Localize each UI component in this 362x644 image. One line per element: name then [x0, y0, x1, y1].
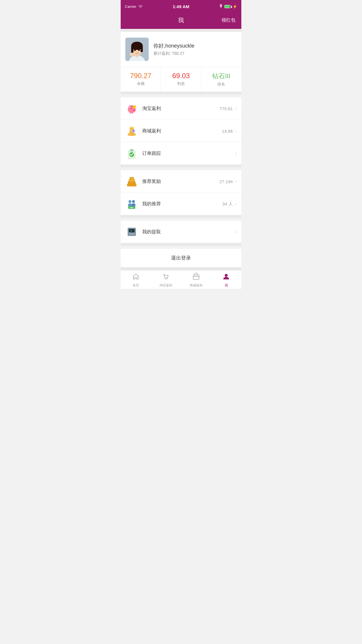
svg-text:¥: ¥ — [134, 106, 135, 108]
referral-reward-label: 推荐奖励 — [142, 178, 219, 185]
svg-point-65 — [133, 235, 134, 235]
referral-reward-value: 27.194 — [219, 179, 233, 184]
taobao-rebate-label: 淘宝返利 — [142, 106, 219, 112]
avatar[interactable] — [125, 38, 149, 61]
coin-icon: $ — [125, 125, 138, 137]
svg-rect-6 — [131, 46, 133, 53]
svg-point-61 — [131, 233, 132, 234]
menu-referral-reward[interactable]: 推荐奖励 27.194 › — [121, 170, 241, 193]
menu-withdrawal[interactable]: $ 我的提取 › — [121, 221, 241, 243]
menu-section-3: $ 我的提取 › — [121, 221, 241, 243]
chevron-icon-6: › — [235, 229, 237, 235]
svg-point-33 — [130, 127, 134, 128]
svg-point-8 — [134, 49, 136, 51]
taobao-icon — [162, 273, 170, 282]
menu-section-1: ¥ 淘宝返利 775.61 › — [121, 97, 241, 164]
svg-point-19 — [129, 106, 131, 108]
user-info: 你好,honeysuckle 累计返利: 790.27 — [153, 42, 237, 56]
divider-5 — [121, 267, 241, 270]
stats-row: 790.27 余额 69.03 利息 钻石III 排名 — [121, 67, 241, 92]
status-bar: Carrier 1:49 AM ⚡ — [121, 0, 241, 13]
shop-rebate-label: 商城返利 — [142, 128, 222, 134]
rank-label: 排名 — [204, 82, 239, 87]
withdrawal-label: 我的提取 — [142, 229, 233, 235]
piggy-icon: ¥ — [125, 102, 138, 115]
user-name: 你好,honeysuckle — [153, 42, 237, 49]
svg-rect-25 — [132, 112, 133, 114]
svg-point-68 — [165, 279, 166, 279]
svg-rect-48 — [130, 177, 133, 179]
divider-4 — [121, 243, 241, 246]
stat-rank[interactable]: 钻石III 排名 — [201, 67, 241, 92]
svg-rect-70 — [193, 275, 199, 279]
chevron-icon-1: › — [235, 106, 237, 111]
atm-icon: $ — [125, 225, 138, 238]
carrier-label: Carrier — [125, 4, 136, 9]
interest-value: 69.03 — [163, 72, 198, 80]
page-header: 我 领红包 — [121, 13, 241, 29]
me-icon — [222, 273, 230, 282]
user-profile: 你好,honeysuckle 累计返利: 790.27 — [121, 32, 241, 67]
chevron-icon-3: › — [235, 151, 237, 156]
svg-point-62 — [133, 233, 134, 234]
svg-point-72 — [225, 274, 228, 277]
svg-rect-27 — [128, 133, 136, 136]
chevron-icon-2: › — [235, 128, 237, 134]
nav-me-label: 我 — [225, 283, 228, 288]
home-icon — [132, 273, 140, 282]
svg-point-11 — [130, 53, 134, 56]
logout-button[interactable]: 退出登录 — [121, 249, 241, 267]
nav-home[interactable]: 首页 — [121, 273, 151, 288]
svg-rect-7 — [140, 46, 143, 52]
svg-rect-42 — [127, 184, 136, 186]
nav-taobao-label: 淘宝返利 — [159, 283, 172, 288]
order-icon — [125, 147, 138, 160]
menu-my-referrals[interactable]: $$$ 我的推荐 34 人 › — [121, 193, 241, 215]
divider-3 — [121, 215, 241, 218]
stat-balance[interactable]: 790.27 余额 — [121, 67, 161, 92]
battery-icon — [224, 5, 231, 8]
menu-taobao-rebate[interactable]: ¥ 淘宝返利 775.61 › — [121, 97, 241, 120]
balance-value: 790.27 — [123, 72, 158, 80]
balance-label: 余额 — [123, 81, 158, 86]
divider-top — [121, 29, 241, 32]
svg-rect-44 — [128, 182, 135, 184]
my-referrals-label: 我的推荐 — [142, 201, 222, 207]
redpacket-button[interactable]: 领红包 — [222, 17, 236, 23]
svg-point-64 — [131, 235, 132, 235]
nav-me[interactable]: 我 — [211, 273, 242, 288]
order-tracking-label: 订单跟踪 — [142, 150, 233, 157]
svg-point-63 — [130, 235, 131, 235]
svg-point-16 — [134, 110, 135, 111]
svg-rect-46 — [129, 179, 134, 181]
svg-rect-20 — [131, 106, 133, 107]
svg-rect-39 — [131, 149, 133, 150]
rank-value: 钻石III — [204, 72, 239, 80]
taobao-rebate-value: 775.61 — [219, 106, 233, 111]
svg-point-51 — [132, 200, 135, 203]
svg-point-10 — [136, 52, 138, 52]
chevron-icon-5: › — [235, 201, 237, 206]
status-time: 1:49 AM — [173, 4, 189, 9]
divider-2 — [121, 164, 241, 167]
shop-rebate-value: 14.66 — [222, 129, 233, 134]
nav-taobao[interactable]: 淘宝返利 — [151, 273, 181, 288]
bottom-nav: 首页 淘宝返利 商城返利 我 — [121, 270, 241, 289]
menu-order-tracking[interactable]: 订单跟踪 › — [121, 142, 241, 164]
nav-shop-label: 商城返利 — [190, 283, 203, 288]
stat-interest[interactable]: 69.03 利息 — [161, 67, 201, 92]
chevron-icon-4: › — [235, 179, 237, 184]
svg-point-15 — [133, 110, 134, 111]
svg-point-60 — [130, 233, 131, 234]
svg-point-9 — [138, 49, 140, 51]
nav-shop[interactable]: 商城返利 — [181, 273, 211, 288]
wifi-icon — [138, 4, 143, 9]
svg-point-49 — [129, 200, 131, 203]
divider-1 — [121, 92, 241, 94]
menu-shop-rebate[interactable]: $ 商城返利 14.66 › — [121, 120, 241, 142]
svg-rect-24 — [130, 112, 131, 114]
svg-text:$$$: $$$ — [130, 207, 133, 209]
my-referrals-value: 34 人 — [222, 201, 233, 207]
svg-text:$: $ — [133, 130, 134, 132]
shop-icon — [192, 273, 200, 282]
